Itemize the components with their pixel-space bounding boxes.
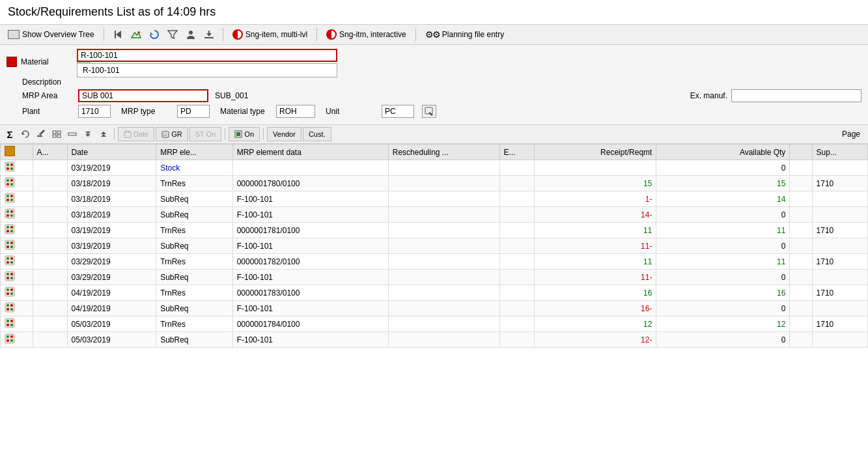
svg-point-53 [10,226,13,229]
sng-itm-interactive-btn[interactable]: Sng-itm, interactive [324,28,409,41]
date-btn[interactable]: Date [118,127,154,141]
unit-input[interactable] [382,105,414,118]
svg-point-50 [10,214,13,217]
exmanuf-input[interactable] [731,89,861,102]
arrow-double-up-icon[interactable] [96,127,111,141]
material-input[interactable] [77,49,337,62]
row-mrpele: TrnRes [156,316,233,332]
svg-point-79 [7,308,9,311]
row-a-cell [33,285,67,301]
download-icon[interactable] [202,27,216,42]
row-receipt: 11- [534,270,656,285]
svg-point-34 [7,167,9,170]
table-row[interactable]: 03/29/2019SubReqF-100-10111-0 [1,270,868,285]
svg-point-54 [7,230,9,232]
row-sup [812,207,867,223]
arrow-double-down-icon[interactable] [81,127,95,141]
materialtype-input[interactable] [276,105,315,118]
row-e [499,254,534,270]
refresh-icon[interactable] [147,27,161,42]
svg-point-59 [7,245,9,248]
planning-file-entry-btn[interactable]: ⚙⚙ Planning file entry [423,28,507,41]
filter-icon[interactable] [165,27,180,42]
th-mrpele[interactable]: MRP ele... [156,145,233,160]
person-icon[interactable] [184,27,198,42]
gr-btn[interactable]: 12 GR [156,127,188,141]
row-availqty: 11 [656,223,790,238]
row-resched [388,238,499,254]
row-receipt: 12 [534,316,656,332]
chart-icon[interactable] [129,27,143,42]
th-availqty[interactable]: Available Qty [656,145,790,160]
mrptype-label: MRP type [121,107,173,116]
row-mrpele: SubReq [156,238,233,254]
th-avail[interactable]: A... [33,145,67,160]
sigma-btn[interactable]: Σ [3,127,17,141]
unit-search-btn[interactable] [422,105,436,118]
th-icon [1,145,33,160]
th-sup[interactable]: Sup... [812,145,867,160]
edit-icon[interactable] [34,127,48,141]
row-mrpele: SubReq [156,191,233,207]
svg-rect-46 [5,209,14,218]
svg-point-90 [10,339,13,342]
svg-point-73 [10,288,13,291]
row-mrpele: SubReq [156,301,233,316]
svg-point-45 [10,199,13,201]
table-row[interactable]: 04/19/2019TrnRes0000001783/010016161710 [1,285,868,301]
collapse-icon[interactable] [65,127,79,141]
svg-point-60 [10,245,13,248]
cust-btn[interactable]: Cust. [303,127,331,141]
main-toolbar: Show Overview Tree [0,25,868,45]
th-date[interactable]: Date [67,145,156,160]
svg-rect-66 [5,272,14,281]
table-row[interactable]: 03/18/2019SubReqF-100-1011-14 [1,191,868,207]
expand-icon[interactable] [49,127,64,141]
table-row[interactable]: 03/19/2019Stock0 [1,160,868,176]
svg-marker-20 [85,132,91,134]
th-receipt[interactable]: Receipt/Reqmt [534,145,656,160]
svg-rect-16 [57,131,61,133]
row-sup [812,332,867,348]
table-row[interactable]: 05/03/2019SubReqF-100-10112-0 [1,332,868,348]
show-overview-tree-btn[interactable]: Show Overview Tree [5,29,97,40]
table-row[interactable]: 03/29/2019TrnRes0000001782/010011111710 [1,254,868,270]
th-e[interactable]: E... [499,145,534,160]
cust-btn-label: Cust. [309,130,326,138]
svg-point-35 [10,167,13,170]
row-a-cell [33,316,67,332]
on-btn[interactable]: On [229,127,260,141]
sng-item-multi-lvl-btn[interactable]: Sng-item, multi-lvl [230,28,310,41]
row-date: 03/18/2019 [67,207,156,223]
mrparea-input[interactable] [78,89,208,102]
row-icon-cell [1,238,33,254]
plant-label: Plant [22,107,74,116]
date-btn-label: Date [133,130,148,138]
ston-btn[interactable]: ST On [189,127,222,141]
plant-input[interactable] [78,105,111,118]
mrptype-input[interactable] [177,105,210,118]
row-availqty: 14 [656,191,790,207]
row-date: 03/18/2019 [67,191,156,207]
table-row[interactable]: 03/19/2019TrnRes0000001781/010011111710 [1,223,868,238]
vendor-btn-label: Vendor [273,130,296,138]
table-row[interactable]: 03/18/2019SubReqF-100-10114-0 [1,207,868,223]
table-row[interactable]: 03/18/2019TrnRes0000001780/010015151710 [1,176,868,191]
th-mrpdata[interactable]: MRP element data [232,145,388,160]
svg-rect-17 [53,135,56,137]
row-a-cell [33,301,67,316]
row-resched [388,191,499,207]
row-receipt: 12- [534,332,656,348]
table-row[interactable]: 03/19/2019SubReqF-100-10111-0 [1,238,868,254]
on-btn-label: On [244,130,254,138]
material-dropdown[interactable]: R-100-101 [77,63,337,77]
table-row[interactable]: 04/19/2019SubReqF-100-10116-0 [1,301,868,316]
table-row[interactable]: 05/03/2019TrnRes0000001784/010012121710 [1,316,868,332]
vendor-btn[interactable]: Vendor [267,127,301,141]
row-mrpdata: 0000001784/0100 [232,316,388,332]
loop-icon[interactable] [18,127,33,141]
row-resched [388,332,499,348]
th-resched[interactable]: Rescheduling ... [388,145,499,160]
row-icon-cell [1,191,33,207]
nav-back-icon[interactable] [111,27,125,42]
